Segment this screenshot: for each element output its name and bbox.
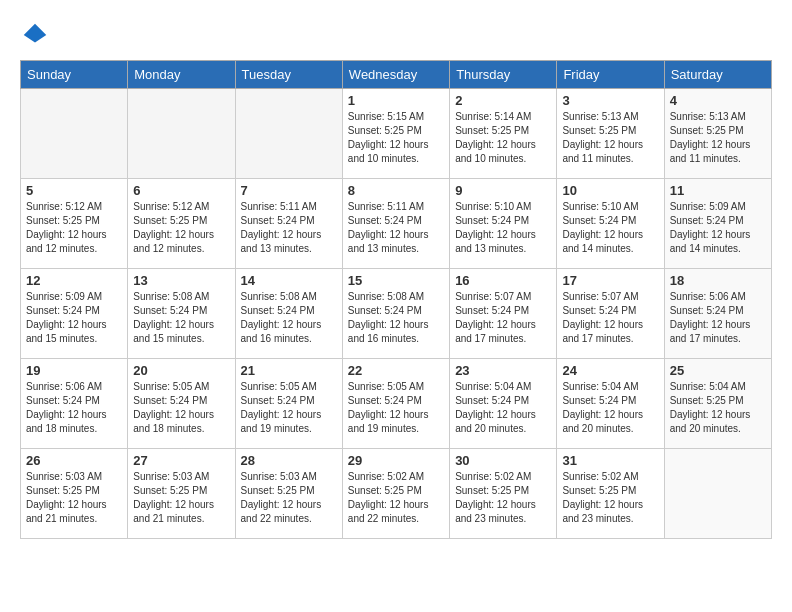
- logo-icon: [20, 20, 50, 50]
- day-number: 13: [133, 273, 229, 288]
- calendar-cell: 24Sunrise: 5:04 AM Sunset: 5:24 PM Dayli…: [557, 359, 664, 449]
- day-info: Sunrise: 5:11 AM Sunset: 5:24 PM Dayligh…: [241, 200, 337, 256]
- calendar-cell: 4Sunrise: 5:13 AM Sunset: 5:25 PM Daylig…: [664, 89, 771, 179]
- calendar-cell: 28Sunrise: 5:03 AM Sunset: 5:25 PM Dayli…: [235, 449, 342, 539]
- day-info: Sunrise: 5:05 AM Sunset: 5:24 PM Dayligh…: [348, 380, 444, 436]
- calendar-cell: 19Sunrise: 5:06 AM Sunset: 5:24 PM Dayli…: [21, 359, 128, 449]
- day-info: Sunrise: 5:03 AM Sunset: 5:25 PM Dayligh…: [133, 470, 229, 526]
- day-number: 22: [348, 363, 444, 378]
- calendar-cell: 18Sunrise: 5:06 AM Sunset: 5:24 PM Dayli…: [664, 269, 771, 359]
- calendar-cell: 21Sunrise: 5:05 AM Sunset: 5:24 PM Dayli…: [235, 359, 342, 449]
- day-info: Sunrise: 5:12 AM Sunset: 5:25 PM Dayligh…: [26, 200, 122, 256]
- calendar-cell: 30Sunrise: 5:02 AM Sunset: 5:25 PM Dayli…: [450, 449, 557, 539]
- calendar-cell: 25Sunrise: 5:04 AM Sunset: 5:25 PM Dayli…: [664, 359, 771, 449]
- calendar-cell: 3Sunrise: 5:13 AM Sunset: 5:25 PM Daylig…: [557, 89, 664, 179]
- calendar-cell: 17Sunrise: 5:07 AM Sunset: 5:24 PM Dayli…: [557, 269, 664, 359]
- calendar-cell: 23Sunrise: 5:04 AM Sunset: 5:24 PM Dayli…: [450, 359, 557, 449]
- calendar-cell: 11Sunrise: 5:09 AM Sunset: 5:24 PM Dayli…: [664, 179, 771, 269]
- day-number: 10: [562, 183, 658, 198]
- calendar-cell: 9Sunrise: 5:10 AM Sunset: 5:24 PM Daylig…: [450, 179, 557, 269]
- day-info: Sunrise: 5:02 AM Sunset: 5:25 PM Dayligh…: [455, 470, 551, 526]
- calendar-header-row: SundayMondayTuesdayWednesdayThursdayFrid…: [21, 61, 772, 89]
- day-number: 6: [133, 183, 229, 198]
- day-number: 21: [241, 363, 337, 378]
- day-number: 20: [133, 363, 229, 378]
- calendar-cell: 7Sunrise: 5:11 AM Sunset: 5:24 PM Daylig…: [235, 179, 342, 269]
- day-info: Sunrise: 5:02 AM Sunset: 5:25 PM Dayligh…: [562, 470, 658, 526]
- day-number: 15: [348, 273, 444, 288]
- day-info: Sunrise: 5:08 AM Sunset: 5:24 PM Dayligh…: [241, 290, 337, 346]
- week-row-2: 5Sunrise: 5:12 AM Sunset: 5:25 PM Daylig…: [21, 179, 772, 269]
- column-header-sunday: Sunday: [21, 61, 128, 89]
- day-info: Sunrise: 5:05 AM Sunset: 5:24 PM Dayligh…: [133, 380, 229, 436]
- column-header-monday: Monday: [128, 61, 235, 89]
- day-info: Sunrise: 5:13 AM Sunset: 5:25 PM Dayligh…: [670, 110, 766, 166]
- week-row-5: 26Sunrise: 5:03 AM Sunset: 5:25 PM Dayli…: [21, 449, 772, 539]
- day-info: Sunrise: 5:09 AM Sunset: 5:24 PM Dayligh…: [26, 290, 122, 346]
- calendar-cell: 6Sunrise: 5:12 AM Sunset: 5:25 PM Daylig…: [128, 179, 235, 269]
- day-number: 18: [670, 273, 766, 288]
- day-info: Sunrise: 5:04 AM Sunset: 5:24 PM Dayligh…: [562, 380, 658, 436]
- calendar-cell: 20Sunrise: 5:05 AM Sunset: 5:24 PM Dayli…: [128, 359, 235, 449]
- day-number: 25: [670, 363, 766, 378]
- column-header-wednesday: Wednesday: [342, 61, 449, 89]
- day-number: 3: [562, 93, 658, 108]
- day-number: 2: [455, 93, 551, 108]
- day-number: 30: [455, 453, 551, 468]
- logo: [20, 20, 56, 50]
- column-header-friday: Friday: [557, 61, 664, 89]
- day-info: Sunrise: 5:05 AM Sunset: 5:24 PM Dayligh…: [241, 380, 337, 436]
- calendar-cell: 13Sunrise: 5:08 AM Sunset: 5:24 PM Dayli…: [128, 269, 235, 359]
- day-number: 11: [670, 183, 766, 198]
- day-info: Sunrise: 5:03 AM Sunset: 5:25 PM Dayligh…: [26, 470, 122, 526]
- day-number: 12: [26, 273, 122, 288]
- calendar-cell: 2Sunrise: 5:14 AM Sunset: 5:25 PM Daylig…: [450, 89, 557, 179]
- day-number: 9: [455, 183, 551, 198]
- day-number: 16: [455, 273, 551, 288]
- column-header-tuesday: Tuesday: [235, 61, 342, 89]
- page-header: [20, 20, 772, 50]
- calendar-cell: 27Sunrise: 5:03 AM Sunset: 5:25 PM Dayli…: [128, 449, 235, 539]
- calendar-cell: [128, 89, 235, 179]
- calendar-cell: [21, 89, 128, 179]
- day-number: 29: [348, 453, 444, 468]
- day-info: Sunrise: 5:04 AM Sunset: 5:24 PM Dayligh…: [455, 380, 551, 436]
- day-number: 8: [348, 183, 444, 198]
- calendar-cell: 1Sunrise: 5:15 AM Sunset: 5:25 PM Daylig…: [342, 89, 449, 179]
- day-info: Sunrise: 5:09 AM Sunset: 5:24 PM Dayligh…: [670, 200, 766, 256]
- day-number: 26: [26, 453, 122, 468]
- calendar-cell: 14Sunrise: 5:08 AM Sunset: 5:24 PM Dayli…: [235, 269, 342, 359]
- day-number: 23: [455, 363, 551, 378]
- calendar-cell: 8Sunrise: 5:11 AM Sunset: 5:24 PM Daylig…: [342, 179, 449, 269]
- day-number: 17: [562, 273, 658, 288]
- calendar-cell: 16Sunrise: 5:07 AM Sunset: 5:24 PM Dayli…: [450, 269, 557, 359]
- day-info: Sunrise: 5:07 AM Sunset: 5:24 PM Dayligh…: [562, 290, 658, 346]
- day-number: 14: [241, 273, 337, 288]
- day-info: Sunrise: 5:13 AM Sunset: 5:25 PM Dayligh…: [562, 110, 658, 166]
- day-info: Sunrise: 5:11 AM Sunset: 5:24 PM Dayligh…: [348, 200, 444, 256]
- day-info: Sunrise: 5:14 AM Sunset: 5:25 PM Dayligh…: [455, 110, 551, 166]
- day-number: 7: [241, 183, 337, 198]
- day-info: Sunrise: 5:07 AM Sunset: 5:24 PM Dayligh…: [455, 290, 551, 346]
- calendar-cell: 22Sunrise: 5:05 AM Sunset: 5:24 PM Dayli…: [342, 359, 449, 449]
- day-number: 1: [348, 93, 444, 108]
- day-info: Sunrise: 5:02 AM Sunset: 5:25 PM Dayligh…: [348, 470, 444, 526]
- calendar-cell: 31Sunrise: 5:02 AM Sunset: 5:25 PM Dayli…: [557, 449, 664, 539]
- calendar: SundayMondayTuesdayWednesdayThursdayFrid…: [20, 60, 772, 539]
- day-info: Sunrise: 5:10 AM Sunset: 5:24 PM Dayligh…: [562, 200, 658, 256]
- column-header-thursday: Thursday: [450, 61, 557, 89]
- day-info: Sunrise: 5:08 AM Sunset: 5:24 PM Dayligh…: [133, 290, 229, 346]
- day-number: 27: [133, 453, 229, 468]
- week-row-4: 19Sunrise: 5:06 AM Sunset: 5:24 PM Dayli…: [21, 359, 772, 449]
- day-number: 24: [562, 363, 658, 378]
- calendar-cell: 10Sunrise: 5:10 AM Sunset: 5:24 PM Dayli…: [557, 179, 664, 269]
- day-number: 4: [670, 93, 766, 108]
- calendar-cell: 15Sunrise: 5:08 AM Sunset: 5:24 PM Dayli…: [342, 269, 449, 359]
- day-info: Sunrise: 5:06 AM Sunset: 5:24 PM Dayligh…: [26, 380, 122, 436]
- calendar-cell: [235, 89, 342, 179]
- day-info: Sunrise: 5:08 AM Sunset: 5:24 PM Dayligh…: [348, 290, 444, 346]
- day-info: Sunrise: 5:12 AM Sunset: 5:25 PM Dayligh…: [133, 200, 229, 256]
- day-info: Sunrise: 5:15 AM Sunset: 5:25 PM Dayligh…: [348, 110, 444, 166]
- day-number: 5: [26, 183, 122, 198]
- day-number: 31: [562, 453, 658, 468]
